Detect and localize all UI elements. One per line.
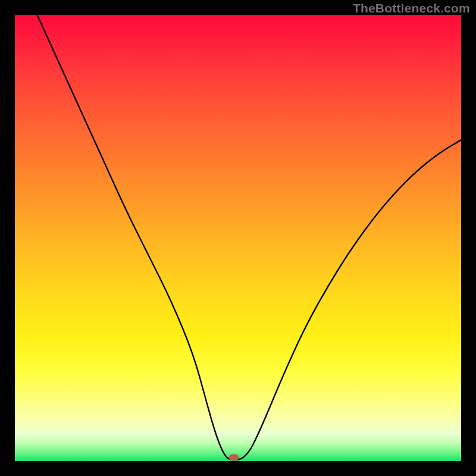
plot-area xyxy=(15,15,461,461)
chart-frame: TheBottleneck.com xyxy=(0,0,476,476)
watermark-text: TheBottleneck.com xyxy=(353,1,470,15)
bottleneck-curve xyxy=(15,15,461,461)
minimum-marker xyxy=(229,455,239,461)
